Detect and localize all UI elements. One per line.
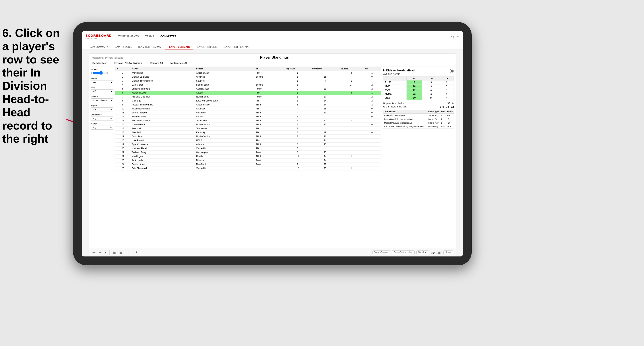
cell-conf-rank: 23 bbox=[311, 167, 339, 171]
paste-button[interactable]: ⊞ bbox=[118, 250, 123, 255]
cell-player: Taehoon Song bbox=[130, 151, 195, 155]
tab-team-summary[interactable]: TEAM SUMMARY bbox=[86, 44, 111, 50]
cell-school: Arizona bbox=[195, 143, 254, 147]
table-row[interactable]: 24 Bastien Amat New Mexico Fourth 1 27 bbox=[116, 163, 381, 167]
table-row[interactable]: 20 Matthew Riedel Vanderbilt Fifth 5 bbox=[116, 147, 381, 151]
cell-win: 0 bbox=[363, 123, 381, 127]
cell-win: 2 bbox=[363, 99, 381, 103]
sidebar-region-select[interactable]: N/A bbox=[90, 107, 114, 111]
cell-conf-rank bbox=[311, 127, 339, 131]
cell-player: Michael La Sasse bbox=[130, 75, 195, 79]
copy-button[interactable]: ⊡ bbox=[112, 250, 117, 255]
tab-team-h2h-grid[interactable]: TEAM H2H GRID bbox=[111, 44, 135, 50]
cell-yr: Fourth bbox=[254, 163, 284, 167]
cell-conf-rank: 24 bbox=[311, 103, 339, 107]
cell-school: Georgia Tech bbox=[195, 87, 254, 91]
table-row[interactable]: 1 Wenyi Ding Arizona State First 1 8 1 bbox=[116, 71, 381, 75]
table-row[interactable]: 15 Jake Hall Tennessee Fifth 1 bbox=[116, 127, 381, 131]
tab-team-h2h-heatmap[interactable]: TEAM H2H HEATMAP bbox=[135, 44, 165, 50]
tab-player-summary[interactable]: PLAYER SUMMARY bbox=[165, 44, 193, 50]
table-row[interactable]: 16 Alex Goff Kentucky Fifth 8 19 0 bbox=[116, 131, 381, 135]
undo-button[interactable]: ↩ bbox=[92, 250, 96, 255]
dashboard-body: No Rds. 6 Gender Men bbox=[89, 67, 456, 248]
cell-rds bbox=[339, 143, 364, 147]
table-row[interactable]: 11 Gordon Sargent Vanderbilt Third 4 21 … bbox=[116, 111, 381, 115]
table-row[interactable]: 6 Jackson Koivun Auburn First 1 8 1 bbox=[116, 91, 381, 95]
h2h-tie: 5 bbox=[440, 84, 454, 88]
watch-button[interactable]: Watch ▾ bbox=[416, 250, 428, 254]
close-h2h-button[interactable]: ✕ bbox=[450, 69, 454, 73]
tab-player-h2h-heatmap[interactable]: PLAYER H2H HEATMAP bbox=[220, 44, 253, 50]
cell-conf-rank: 24 bbox=[311, 159, 339, 163]
cell-rds bbox=[339, 107, 364, 111]
cell-yr bbox=[254, 79, 284, 83]
comment-button[interactable]: 💬 bbox=[430, 250, 436, 255]
cell-school: Arizona State bbox=[195, 103, 254, 107]
table-row[interactable]: 21 Taehoon Song Washington Fourth 6 23 bbox=[116, 151, 381, 155]
cell-rds bbox=[339, 151, 364, 155]
table-row[interactable]: 17 David Ford North Carolina Third 2 21 bbox=[116, 135, 381, 139]
cell-win bbox=[363, 147, 381, 151]
h2h-col-loss: Loss bbox=[422, 77, 440, 80]
sidebar-gender-select[interactable]: Men bbox=[90, 80, 114, 84]
table-row[interactable]: 7 Nicholas Gabrielok North Florida Fourt… bbox=[116, 95, 381, 99]
cell-win: 0 bbox=[363, 75, 381, 79]
refresh-button[interactable]: ↻ bbox=[135, 250, 140, 255]
cell-rds: 1 bbox=[339, 167, 364, 171]
options-button[interactable]: ⋯ bbox=[125, 250, 130, 255]
table-row[interactable]: 19 Tiger Christensen Arizona Third 8 23 … bbox=[116, 143, 381, 147]
table-row[interactable]: 12 Brendan Valles Auburn Third 1 0 bbox=[116, 115, 381, 119]
cell-rds bbox=[339, 139, 364, 143]
cell-yr: Third bbox=[254, 155, 284, 159]
cell-reg-rank: 11 bbox=[284, 159, 311, 163]
nav-tournaments[interactable]: TOURNAMENTS bbox=[118, 34, 139, 39]
save-custom-button[interactable]: Save Custom View bbox=[392, 250, 414, 254]
cell-rds: 1 bbox=[339, 155, 364, 159]
tab-player-h2h-grid[interactable]: PLAYER H2H GRID bbox=[193, 44, 220, 50]
table-row[interactable]: 8 Mats Ege East Tennessee State Fifth 1 … bbox=[116, 99, 381, 103]
tourn-score: -17 bbox=[446, 121, 454, 125]
table-row[interactable]: 25 Cole Sherwood Vanderbilt 12 23 1 bbox=[116, 167, 381, 171]
h2h-player-name: Jackson Koivun bbox=[383, 72, 414, 75]
cell-win bbox=[363, 135, 381, 139]
cell-yr: Fifth bbox=[254, 99, 284, 103]
cell-reg-rank: 2 bbox=[284, 135, 311, 139]
table-row[interactable]: 14 Maxwell Ford North Carolina Third 3 2… bbox=[116, 123, 381, 127]
cell-reg-rank: 1 bbox=[284, 99, 311, 103]
table-row[interactable]: 10 Jacob New-Dineen Arkansas Fifth 4 25 … bbox=[116, 107, 381, 111]
col-rds: No. Rds. bbox=[339, 67, 364, 71]
sidebar-player-label: Player bbox=[90, 123, 114, 125]
table-row[interactable]: 18 Luke Powell UCLA First 4 24 bbox=[116, 139, 381, 143]
table-row[interactable]: 22 Ian Gilligan Florida Third 10 24 1 bbox=[116, 155, 381, 159]
table-row[interactable]: 3 Michael Thorbjornsen Stanford 1 8 1 bbox=[116, 79, 381, 83]
sidebar-conference-section: Conference (All) bbox=[90, 114, 114, 121]
table-row[interactable]: 13 Phichakun Maichon Texas A&M Third 6 3… bbox=[116, 119, 381, 123]
sidebar-year-select[interactable]: (All) bbox=[90, 89, 114, 93]
cell-school: Washington bbox=[195, 151, 254, 155]
cell-conf-rank: 23 bbox=[311, 143, 339, 147]
table-row[interactable]: 23 Jack Lundin Missouri Fourth 11 24 bbox=[116, 159, 381, 163]
nav-teams[interactable]: TEAMS bbox=[145, 34, 154, 39]
h2h-opponents-row: Opponents in division: 98.1% bbox=[383, 102, 454, 105]
cell-rds bbox=[339, 159, 364, 163]
sidebar-division-select[interactable]: NCAA Division I bbox=[90, 98, 114, 102]
tourn-type: Stroke Play bbox=[427, 117, 440, 121]
table-row[interactable]: 5 Christo Lamprecht Georgia Tech Fourth … bbox=[116, 87, 381, 91]
grid-button[interactable]: ⊞ bbox=[437, 250, 442, 255]
table-row[interactable]: 9 Preston Summerhays Arizona State Third… bbox=[116, 103, 381, 107]
nav-committee[interactable]: COMMITTEE bbox=[160, 34, 176, 39]
sidebar-conference-select[interactable]: (All) bbox=[90, 117, 114, 121]
rounds-slider[interactable] bbox=[92, 71, 108, 75]
sign-out-button[interactable]: Sign out bbox=[450, 35, 459, 38]
table-row[interactable]: 2 Michael La Sasse Ole Miss Second 1 18 … bbox=[116, 75, 381, 79]
cell-yr: Second bbox=[254, 83, 284, 87]
view-original-button[interactable]: View: Original bbox=[372, 250, 390, 254]
cell-reg-rank: 1 bbox=[284, 75, 311, 79]
table-row[interactable]: 4 Luke Claton Florida State Second 1 27 … bbox=[116, 83, 381, 87]
cell-yr: Third bbox=[254, 119, 284, 123]
sidebar-player-select[interactable]: (All) bbox=[90, 126, 114, 130]
share-button[interactable]: Share bbox=[443, 250, 453, 254]
forward-button[interactable]: ⟩ bbox=[104, 250, 107, 255]
redo-button[interactable]: ↪ bbox=[98, 250, 102, 255]
cell-school: Auburn bbox=[195, 115, 254, 119]
